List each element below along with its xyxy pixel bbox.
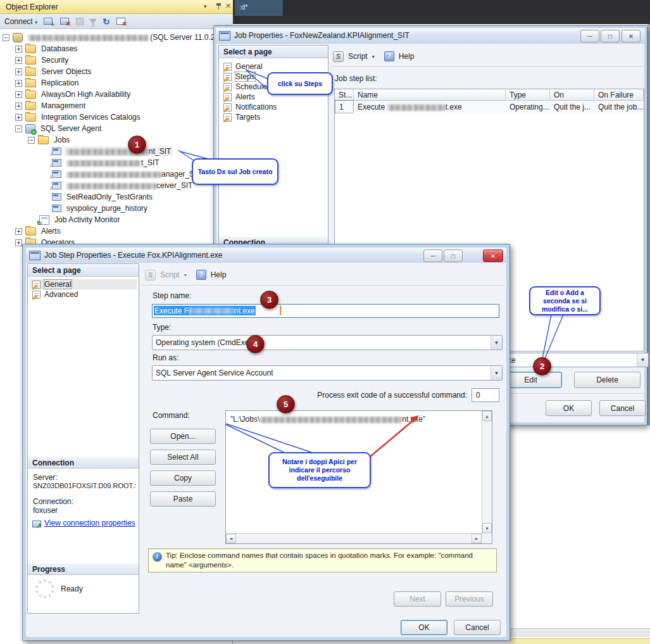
scroll-up-icon[interactable]: ▲	[482, 411, 492, 421]
vertical-scrollbar[interactable]: ▲ ▼	[482, 411, 492, 533]
tree-node-job-5[interactable]: SetReadOnly_TestGrants	[52, 191, 154, 203]
expand-icon[interactable]: +	[15, 57, 22, 64]
script-error-icon[interactable]: ✕	[116, 16, 127, 26]
chevron-down-icon[interactable]: ▾	[184, 272, 187, 278]
collapse-icon[interactable]: −	[28, 137, 35, 144]
step-name-input[interactable]: Execute Fnt.exe	[152, 304, 499, 318]
table-row-step-cell[interactable]: 1	[335, 101, 353, 113]
collapse-icon[interactable]: −	[15, 125, 22, 132]
tree-node-server[interactable]: − (SQL Server 11.0.210	[3, 32, 225, 43]
expand-icon[interactable]: +	[15, 80, 22, 87]
script-button[interactable]: Script	[348, 52, 368, 61]
tree-node-databases[interactable]: +Databases	[15, 43, 79, 54]
tree-node-jobs[interactable]: −Jobs	[28, 134, 72, 146]
scroll-right-icon[interactable]: ►	[472, 534, 482, 543]
page-item-general[interactable]: General	[221, 61, 263, 72]
run-as-dropdown[interactable]: SQL Server Agent Service Account ▼	[152, 365, 503, 381]
column-header-on-success[interactable]: On Success	[550, 89, 594, 101]
scrollbar-corner	[482, 533, 492, 543]
view-connection-properties-link[interactable]: ↗ View connection properties	[32, 519, 135, 527]
job-icon	[52, 170, 61, 178]
expand-icon[interactable]: +	[15, 103, 22, 110]
page-item-general[interactable]: General	[30, 279, 137, 289]
minimize-button[interactable]: ─	[580, 30, 599, 42]
page-item-alerts[interactable]: Alerts	[221, 92, 255, 102]
page-item-targets[interactable]: Targets	[221, 112, 260, 122]
column-header-name[interactable]: Name	[354, 89, 506, 101]
table-row-type-cell[interactable]: Operating...	[506, 101, 550, 113]
close-icon[interactable]: ✕	[225, 2, 231, 10]
expand-icon[interactable]: +	[15, 114, 22, 121]
tree-node-alerts[interactable]: +Alerts	[15, 225, 63, 237]
job-icon	[52, 193, 61, 201]
tree-node-job-activity-monitor[interactable]: Job Activity Monitor	[39, 214, 122, 225]
tree-node-sql-server-agent[interactable]: −SQL Server Agent	[15, 123, 103, 134]
tree-node-job-4[interactable]: ceiver_SIT	[52, 180, 194, 191]
tree-node-security[interactable]: +Security	[15, 54, 70, 66]
help-button[interactable]: Help	[211, 270, 227, 279]
scroll-left-icon[interactable]: ◄	[226, 534, 236, 543]
ok-button[interactable]: OK	[546, 400, 592, 416]
expand-icon[interactable]: +	[15, 46, 22, 53]
tree-node-alwayson[interactable]: +AlwaysOn High Availability	[15, 89, 132, 100]
maximize-button[interactable]: □	[601, 30, 620, 42]
column-header-step[interactable]: St...	[335, 89, 354, 101]
script-icon	[145, 270, 156, 281]
chevron-down-icon[interactable]: ▾	[372, 54, 375, 60]
filter-icon[interactable]	[89, 19, 97, 23]
panel-menu-icon[interactable]: ▾	[204, 3, 207, 9]
help-button[interactable]: Help	[399, 52, 415, 61]
close-button[interactable]: ✕	[622, 30, 641, 42]
page-item-schedules[interactable]: Schedules	[221, 82, 271, 92]
disconnect-server-icon[interactable]: ✕	[59, 16, 70, 26]
tree-node-replication[interactable]: +Replication	[15, 77, 80, 89]
maximize-button[interactable]: □	[444, 249, 463, 262]
page-item-notifications[interactable]: Notifications	[221, 102, 277, 112]
paste-button[interactable]: Paste	[150, 491, 216, 507]
column-header-type[interactable]: Type	[506, 89, 550, 101]
minimize-button[interactable]: ─	[423, 249, 442, 262]
expand-icon[interactable]: +	[15, 91, 22, 98]
close-button[interactable]: ✕	[483, 249, 503, 262]
expand-icon[interactable]: +	[15, 239, 22, 246]
delete-button[interactable]: Delete	[574, 372, 641, 388]
previous-button[interactable]: Previous	[446, 591, 493, 607]
tree-node-management[interactable]: +Management	[15, 100, 87, 111]
type-dropdown[interactable]: Operating system (CmdExec) ▼	[152, 335, 503, 350]
cancel-button[interactable]: Cancel	[599, 400, 646, 416]
refresh-icon[interactable]: ↻	[103, 17, 110, 26]
job-step-properties-titlebar[interactable]: Job Step Properties - Execute Fox.KPIAli…	[26, 248, 506, 263]
table-row-name-cell[interactable]: Execute t.exe	[354, 101, 506, 113]
help-icon[interactable]	[196, 270, 206, 280]
tree-node-isc[interactable]: +Integration Services Catalogs	[15, 111, 142, 123]
help-icon[interactable]	[384, 51, 394, 61]
page-item-steps[interactable]: Steps	[221, 72, 255, 82]
scroll-down-icon[interactable]: ▼	[482, 523, 492, 533]
copy-button[interactable]: Copy	[150, 470, 216, 486]
exit-code-input[interactable]: 0	[472, 388, 499, 402]
expand-icon[interactable]: +	[15, 228, 22, 235]
ok-button[interactable]: OK	[401, 620, 447, 635]
select-all-button[interactable]: Select All	[150, 450, 216, 465]
table-row-on-failure-cell[interactable]: Quit the job...	[594, 101, 644, 113]
document-tab[interactable]: :d*	[235, 0, 283, 16]
tree-node-job-3[interactable]: anager_SI	[52, 168, 198, 180]
column-header-on-failure[interactable]: On Failure	[594, 89, 644, 101]
tree-node-job-1[interactable]: nt_SIT	[52, 146, 173, 157]
horizontal-scrollbar[interactable]: ◄ ►	[226, 533, 482, 543]
tree-node-job-2[interactable]: t_SIT	[52, 157, 161, 168]
connect-server-icon[interactable]: +	[43, 16, 54, 26]
pin-icon[interactable]	[216, 3, 222, 10]
connect-button[interactable]: Connect ▾	[4, 17, 37, 26]
job-properties-titlebar[interactable]: Job Properties - FoxNewZealand.KPIAlignm…	[216, 28, 645, 43]
table-row-on-success-cell[interactable]: Quit the j...	[550, 101, 594, 113]
script-icon[interactable]	[333, 51, 344, 62]
expand-icon[interactable]: +	[15, 68, 22, 75]
next-button[interactable]: Next	[394, 591, 441, 607]
cancel-button[interactable]: Cancel	[454, 620, 501, 635]
page-item-advanced[interactable]: Advanced	[30, 289, 78, 300]
tree-node-job-6[interactable]: syspolicy_purge_history	[52, 203, 149, 214]
collapse-icon[interactable]: −	[3, 34, 9, 41]
open-button[interactable]: Open...	[150, 429, 216, 444]
tree-node-server-objects[interactable]: +Server Objects	[15, 66, 93, 77]
